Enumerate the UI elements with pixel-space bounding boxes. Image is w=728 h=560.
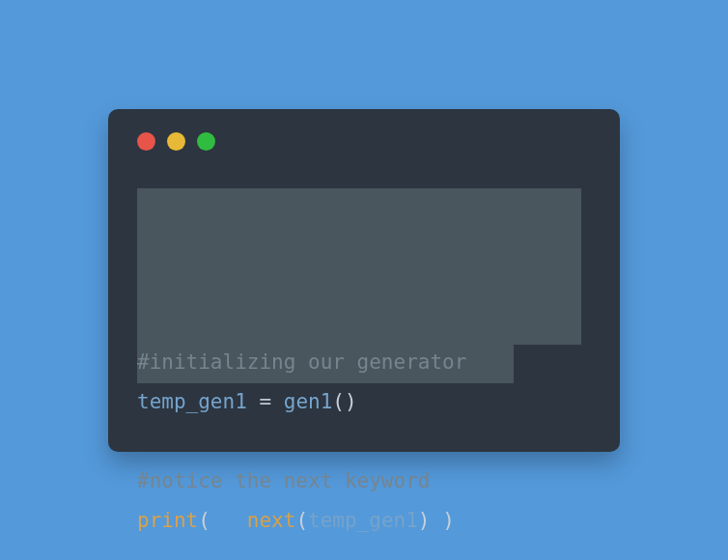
code-comment: #notice the next keyword bbox=[137, 469, 430, 492]
code-paren: () bbox=[332, 390, 356, 413]
code-builtin: print bbox=[137, 509, 198, 532]
code-operator: = bbox=[247, 390, 284, 413]
code-comment: #initializing our generator bbox=[137, 350, 466, 374]
code-block: #initializing our generator temp_gen1 = … bbox=[137, 185, 591, 561]
code-paren: ( bbox=[295, 509, 308, 532]
titlebar bbox=[137, 132, 591, 151]
code-method: next bbox=[247, 509, 296, 532]
code-paren: ( bbox=[198, 509, 247, 532]
code-content: #initializing our generator temp_gen1 = … bbox=[137, 343, 591, 541]
text-selection bbox=[137, 188, 581, 345]
maximize-icon[interactable] bbox=[197, 132, 215, 151]
code-variable: temp_gen1 bbox=[137, 390, 247, 413]
code-function: gen1 bbox=[284, 390, 333, 413]
minimize-icon[interactable] bbox=[167, 132, 185, 151]
code-paren: ) bbox=[418, 509, 431, 532]
code-variable: temp_gen1 bbox=[308, 509, 418, 532]
code-paren: ) bbox=[430, 509, 454, 532]
close-icon[interactable] bbox=[137, 132, 155, 151]
terminal-window: #initializing our generator temp_gen1 = … bbox=[108, 109, 620, 452]
